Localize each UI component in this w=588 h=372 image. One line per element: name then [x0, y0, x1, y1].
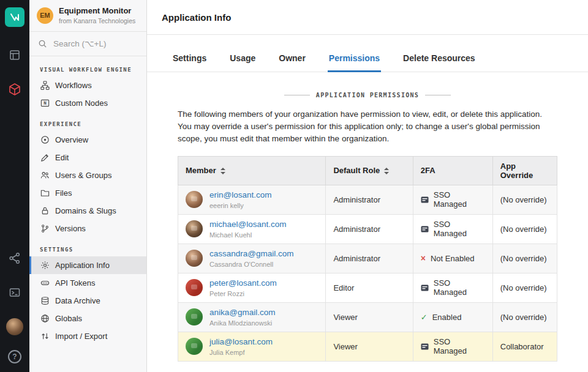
- sidebar-item-label: Workflows: [55, 81, 92, 90]
- legend-line-right: [425, 95, 451, 95]
- sso-badge-icon: [421, 343, 429, 351]
- sidebar-item-label: Overview: [55, 135, 88, 144]
- section-legend: APPLICATION PERMISSIONS: [178, 92, 557, 99]
- sidebar-item-label: Domains & Slugs: [55, 206, 116, 215]
- sort-icon[interactable]: [384, 168, 389, 174]
- nodes-icon[interactable]: [0, 241, 29, 275]
- member-name: Michael Kuehl: [209, 231, 287, 239]
- sidebar-item-workflows[interactable]: Workflows: [29, 76, 146, 94]
- sidebar-item-label: Import / Export: [55, 332, 107, 341]
- search-input[interactable]: [52, 39, 135, 49]
- section-label-settings: SETTINGS: [40, 247, 146, 253]
- permissions-table: Member Default Role 2FA App Override eri…: [178, 156, 557, 362]
- check-icon: ✓: [421, 313, 428, 321]
- member-name: Anika Mlodzianowski: [209, 319, 276, 327]
- applications-icon[interactable]: [0, 72, 29, 106]
- sidebar-item-globals[interactable]: Globals: [29, 310, 146, 327]
- override-cell: (No override): [492, 273, 557, 302]
- avatar: [186, 191, 203, 208]
- sidebar-item-label: Custom Nodes: [55, 99, 108, 108]
- tfa-label: SSO Managed: [434, 278, 485, 297]
- member-email-link[interactable]: anika@gmail.com: [209, 308, 276, 318]
- overview-icon: [40, 135, 50, 144]
- user-avatar[interactable]: [6, 318, 23, 335]
- folder-icon: [40, 188, 50, 198]
- dashboards-icon[interactable]: [0, 38, 29, 72]
- sidebar-item-data-archive[interactable]: Data Archive: [29, 292, 146, 310]
- sidebar-item-import-export[interactable]: Import / Export: [29, 327, 146, 345]
- member-email-link[interactable]: cassandra@gmail.com: [209, 249, 294, 259]
- x-icon: ×: [421, 254, 426, 262]
- app-subtitle: from Kanarra Technologies: [59, 17, 135, 24]
- sort-icon[interactable]: [221, 168, 225, 174]
- app-name: Equipment Monitor: [59, 7, 135, 16]
- tab-delete-resources[interactable]: Delete Resources: [402, 47, 477, 72]
- avatar: [186, 220, 203, 237]
- legend-line-left: [284, 95, 310, 95]
- table-row: michael@losant.com Michael Kuehl Adminis…: [178, 214, 557, 244]
- member-email-link[interactable]: erin@losant.com: [209, 190, 272, 200]
- svg-text:N: N: [43, 100, 47, 106]
- sidebar-item-label: Versions: [55, 224, 86, 233]
- help-icon[interactable]: ?: [8, 350, 21, 363]
- role-cell: Administrator: [326, 214, 413, 244]
- table-row-highlighted: julia@losant.com Julia Kempf Viewer SSO …: [178, 332, 557, 361]
- sidebar-item-label: Application Info: [55, 261, 110, 270]
- override-cell: (No override): [492, 302, 557, 332]
- tab-usage[interactable]: Usage: [228, 47, 257, 72]
- sidebar-item-versions[interactable]: Versions: [29, 220, 146, 237]
- sidebar-item-application-info[interactable]: Application Info: [29, 256, 146, 274]
- app-switcher[interactable]: EM Equipment Monitor from Kanarra Techno…: [29, 0, 146, 32]
- sidebar-item-domains-slugs[interactable]: Domains & Slugs: [29, 202, 146, 220]
- column-header-default-role[interactable]: Default Role: [326, 156, 413, 185]
- sso-badge-icon: [421, 284, 429, 292]
- users-icon: [40, 170, 50, 180]
- permissions-description: The following members of your organizati…: [178, 108, 557, 145]
- sidebar-item-label: Edit: [55, 153, 69, 162]
- workflows-icon: [40, 80, 50, 90]
- member-email-link[interactable]: peter@losant.com: [209, 278, 277, 288]
- sidebar-item-edit[interactable]: Edit: [29, 149, 146, 166]
- sidebar-item-label: Globals: [55, 314, 82, 323]
- lock-icon: [40, 206, 50, 215]
- tfa-label: Not Enabled: [431, 254, 475, 263]
- sidebar-item-custom-nodes[interactable]: N Custom Nodes: [29, 94, 146, 112]
- override-cell: (No override): [492, 244, 557, 273]
- archive-icon: [40, 296, 50, 305]
- member-email-link[interactable]: julia@losant.com: [209, 337, 273, 347]
- tfa-label: SSO Managed: [434, 337, 485, 355]
- column-header-app-override: App Override: [492, 156, 557, 185]
- avatar: [186, 338, 203, 355]
- column-header-2fa: 2FA: [413, 156, 492, 185]
- sidebar-item-label: Files: [55, 188, 72, 198]
- member-email-link[interactable]: michael@losant.com: [209, 220, 287, 229]
- sidebar-item-users-groups[interactable]: Users & Groups: [29, 166, 146, 184]
- search-box[interactable]: [29, 32, 146, 56]
- sidebar-item-api-tokens[interactable]: API Tokens: [29, 274, 146, 292]
- sidebar-item-overview[interactable]: Overview: [29, 131, 146, 149]
- role-cell: Viewer: [326, 302, 413, 332]
- role-cell: Editor: [326, 273, 413, 302]
- page-header: Application Info: [147, 0, 588, 35]
- table-row: erin@losant.com eeerin kelly Administrat…: [178, 185, 557, 214]
- edit-icon: [40, 152, 50, 162]
- member-name: Cassandra O'Connell: [209, 261, 294, 268]
- override-cell: (No override): [492, 214, 557, 244]
- tab-permissions[interactable]: Permissions: [328, 47, 381, 72]
- sidebar-item-label: API Tokens: [55, 278, 96, 288]
- import-export-icon: [40, 331, 50, 341]
- terminal-icon[interactable]: [0, 275, 29, 310]
- section-label-experience: EXPERIENCE: [40, 121, 146, 127]
- sso-badge-icon: [421, 196, 429, 204]
- tfa-label: SSO Managed: [434, 220, 485, 238]
- column-header-member[interactable]: Member: [178, 156, 326, 185]
- tab-owner[interactable]: Owner: [277, 47, 307, 72]
- sidebar-nav: VISUAL WORKFLOW ENGINE Workflows N Custo…: [29, 56, 146, 372]
- sidebar-item-files[interactable]: Files: [29, 184, 146, 202]
- member-name: eeerin kelly: [209, 202, 272, 209]
- losant-logo[interactable]: [5, 7, 24, 27]
- table-row: anika@gmail.com Anika Mlodzianowski View…: [178, 302, 557, 332]
- tab-settings[interactable]: Settings: [172, 47, 208, 72]
- legend-title: APPLICATION PERMISSIONS: [316, 92, 419, 99]
- logo-mark-icon: [9, 12, 20, 23]
